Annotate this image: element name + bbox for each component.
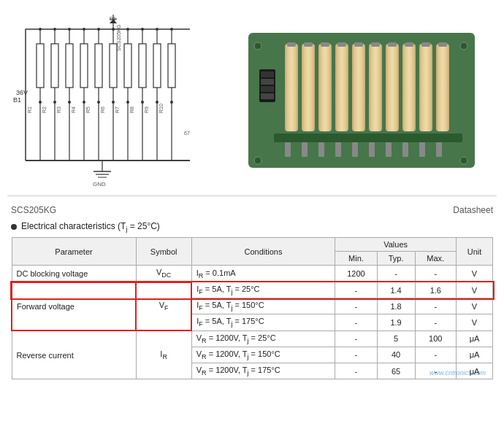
table-row: Reverse current IR VR = 1200V, Tj = 25°C… (12, 331, 493, 347)
svg-text:R1: R1 (27, 107, 32, 113)
svg-text:67: 67 (184, 131, 190, 136)
bullet-icon (11, 224, 17, 230)
svg-point-14 (39, 28, 42, 31)
svg-text:GND: GND (93, 181, 106, 188)
unit-fv1: V (457, 282, 493, 298)
unit-dc: V (457, 266, 493, 282)
svg-rect-101 (337, 42, 346, 47)
svg-rect-126 (402, 142, 408, 157)
svg-rect-92 (261, 86, 274, 92)
svg-rect-90 (261, 72, 274, 77)
svg-rect-111 (421, 42, 430, 47)
typ-rc1: 5 (377, 331, 415, 347)
svg-text:R6: R6 (100, 107, 105, 113)
th-unit: Unit (457, 238, 493, 266)
svg-point-35 (83, 28, 85, 31)
th-max: Max. (415, 252, 457, 266)
datasheet-header: SCS205KG Datasheet (0, 202, 504, 218)
svg-point-56 (126, 28, 129, 31)
max-fv1: 1.6 (415, 282, 457, 298)
svg-rect-98 (318, 44, 332, 131)
svg-text:R4: R4 (71, 107, 76, 113)
svg-rect-112 (436, 44, 449, 131)
svg-text:R2: R2 (42, 107, 47, 113)
svg-point-21 (53, 28, 56, 31)
th-symbol: Symbol (136, 238, 191, 266)
svg-rect-108 (402, 44, 416, 131)
svg-rect-11 (37, 44, 44, 88)
unit-fv2: V (457, 298, 493, 314)
typ-fv3: 1.9 (377, 314, 415, 331)
svg-rect-123 (352, 142, 358, 157)
svg-rect-94 (285, 44, 298, 131)
param-rc: Reverse current (12, 331, 136, 379)
svg-rect-32 (80, 44, 88, 88)
svg-text:R7: R7 (115, 107, 120, 113)
component-name: SCS205KG (11, 205, 56, 215)
svg-rect-113 (438, 42, 447, 47)
svg-text:R10: R10 (159, 104, 164, 113)
typ-rc2: 40 (377, 347, 415, 363)
svg-rect-100 (335, 44, 348, 131)
svg-rect-124 (369, 142, 375, 157)
typ-dc: - (377, 266, 415, 282)
svg-rect-106 (386, 44, 399, 131)
table-row: DC blocking voltage VDC IR = 0.1mA 1200 … (12, 266, 493, 282)
svg-rect-67 (153, 44, 161, 88)
svg-rect-114 (274, 134, 462, 142)
svg-text:36V: 36V (16, 89, 28, 96)
svg-point-116 (254, 157, 261, 164)
min-rc2: - (335, 347, 378, 363)
svg-rect-104 (369, 44, 382, 131)
elec-title: Electrical characteristics (Tj = 25°C) (11, 221, 493, 233)
svg-rect-105 (371, 42, 380, 47)
th-typ: Typ. (377, 252, 415, 266)
svg-rect-110 (419, 44, 432, 131)
svg-point-49 (112, 28, 115, 31)
typ-rc3: 65 (377, 363, 415, 379)
cond-rc3: VR = 1200V, Tj = 175°C (191, 363, 335, 379)
min-rc3: - (335, 363, 378, 379)
cond-dc: IR = 0.1mA (191, 266, 335, 282)
svg-rect-122 (335, 142, 341, 157)
svg-rect-74 (168, 44, 175, 88)
svg-point-77 (170, 28, 173, 31)
svg-rect-99 (321, 42, 329, 47)
svg-text:R9: R9 (144, 107, 149, 113)
schematic-area: B1 36V D1 SCS205KG R1 (7, 7, 226, 190)
min-rc1: - (335, 331, 378, 347)
svg-point-117 (460, 42, 467, 50)
svg-rect-93 (261, 93, 274, 99)
divider (7, 196, 497, 196)
top-section: B1 36V D1 SCS205KG R1 (0, 0, 504, 190)
svg-text:R5: R5 (85, 107, 91, 113)
svg-rect-109 (405, 42, 413, 47)
min-fv1: - (335, 282, 378, 298)
svg-rect-102 (352, 44, 365, 131)
svg-rect-97 (304, 42, 313, 47)
svg-rect-18 (51, 44, 58, 88)
th-parameter: Parameter (12, 238, 136, 266)
svg-point-118 (460, 157, 467, 164)
svg-text:B1: B1 (13, 96, 21, 104)
min-fv2: - (335, 298, 378, 314)
electrical-section: Electrical characteristics (Tj = 25°C) P… (0, 218, 504, 379)
svg-rect-119 (285, 142, 291, 157)
sym-fv: VF (136, 282, 191, 331)
sym-dc: VDC (136, 266, 191, 282)
svg-point-63 (141, 28, 144, 31)
max-rc1: 100 (415, 331, 457, 347)
watermark: www.cntronics.com (429, 369, 486, 376)
th-values: Values (335, 238, 457, 252)
svg-point-28 (68, 28, 71, 31)
max-fv3: - (415, 314, 457, 331)
svg-rect-128 (436, 142, 442, 157)
svg-point-70 (156, 28, 159, 31)
min-fv3: - (335, 314, 378, 331)
svg-rect-120 (302, 142, 308, 157)
photo-area (226, 7, 497, 190)
svg-rect-39 (95, 44, 102, 88)
typ-fv1: 1.4 (377, 282, 415, 298)
svg-rect-25 (66, 44, 73, 88)
max-rc2: - (415, 347, 457, 363)
